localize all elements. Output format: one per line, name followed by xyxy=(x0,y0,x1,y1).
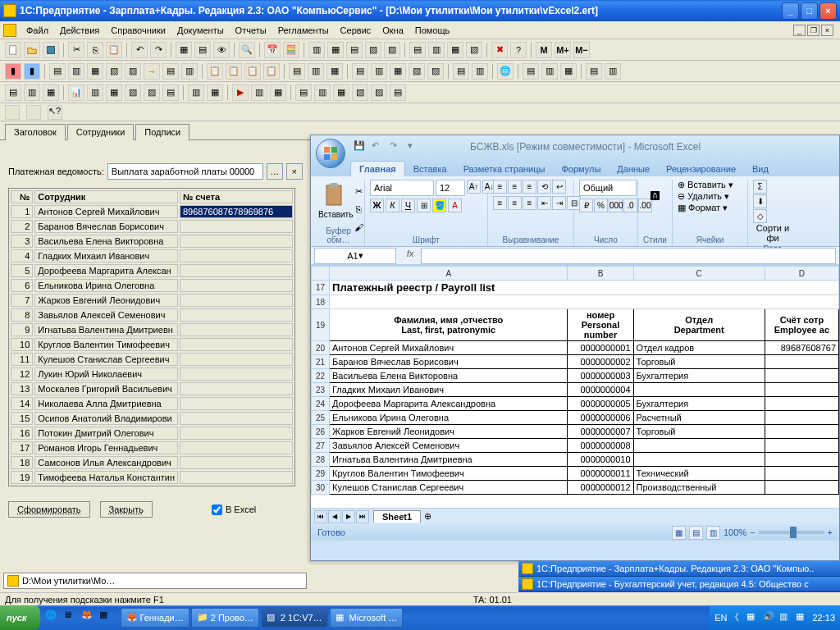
table-row[interactable]: 21Баранов Вячеслав Борисович0000000002То… xyxy=(312,355,839,369)
tb-red-icon[interactable]: ✖ xyxy=(491,42,508,58)
tb2-22-icon[interactable]: ▨ xyxy=(427,63,444,80)
col-header-c[interactable]: C xyxy=(633,267,765,281)
notification-item[interactable]: 1С:Предприятие - Зарплата+Кадры. Редакци… xyxy=(518,561,840,577)
tb4-cursor-icon[interactable]: ↖? xyxy=(48,105,62,120)
hdr-dept[interactable]: ОтделDepartment xyxy=(633,309,765,341)
font-combo[interactable] xyxy=(370,180,434,196)
tb2-28-icon[interactable]: ▦ xyxy=(560,63,577,80)
excel-checkbox[interactable] xyxy=(212,504,222,515)
table-row[interactable]: 22Васильева Елена Викторовна0000000003Бу… xyxy=(312,369,839,383)
ribbon-tab-home[interactable]: Главная xyxy=(350,161,405,176)
ribbon-tab-insert[interactable]: Вставка xyxy=(405,162,455,176)
clear-icon[interactable]: ◇ xyxy=(753,209,767,223)
menu-documents[interactable]: Документы xyxy=(172,23,229,38)
paste-button[interactable]: Вставить xyxy=(317,180,352,225)
size-combo[interactable] xyxy=(436,180,465,196)
tb2-18-icon[interactable]: ▤ xyxy=(352,63,368,80)
tb4-1-icon[interactable] xyxy=(5,105,20,120)
tb-h4-icon[interactable]: ▧ xyxy=(466,42,482,58)
tb3-5-icon[interactable]: ▥ xyxy=(87,84,103,101)
tb2-6-icon[interactable]: ▧ xyxy=(106,63,122,80)
table-row[interactable]: 18Самсонов Илья Александрович xyxy=(11,456,293,469)
table-row[interactable]: 10Круглов Валентин Тимофеевич xyxy=(11,338,293,351)
tb3-16-icon[interactable]: ▥ xyxy=(314,84,331,101)
vedomost-select-button[interactable]: … xyxy=(267,163,283,180)
ribbon-tab-data[interactable]: Данные xyxy=(609,162,658,176)
sheet-tab[interactable]: Sheet1 xyxy=(373,510,421,523)
col-header-b[interactable]: B xyxy=(568,267,633,281)
format-cells-button[interactable]: ▦ Формат ▾ xyxy=(678,203,728,213)
table-row[interactable]: 16Потокин Дмитрий Олегович xyxy=(11,427,293,440)
vedomost-clear-button[interactable]: × xyxy=(286,163,303,180)
tb2-2-icon[interactable]: ▮ xyxy=(24,63,40,80)
border-icon[interactable]: ⊞ xyxy=(417,199,431,212)
tb2-24-icon[interactable]: ▥ xyxy=(472,63,488,80)
align-bot-icon[interactable]: ≡ xyxy=(523,180,536,194)
table-row[interactable]: 8Завьялов Алексей Семенович xyxy=(11,308,293,322)
tb-calendar-icon[interactable]: 📅 xyxy=(264,42,281,58)
start-button[interactable]: пуск xyxy=(0,605,40,630)
align-right-icon[interactable]: ≡ xyxy=(523,196,536,210)
tb3-4-icon[interactable]: 📊 xyxy=(68,84,84,101)
menu-actions[interactable]: Действия xyxy=(55,23,104,38)
task-firefox[interactable]: 🦊Геннади… xyxy=(121,608,189,628)
tb2-14-icon[interactable]: 📋 xyxy=(263,63,280,80)
tb3-8-icon[interactable]: ▨ xyxy=(144,84,160,101)
table-row[interactable]: 23Гладких Михаил Иванович0000000004 xyxy=(312,383,839,397)
zoom-level[interactable]: 100% xyxy=(724,527,746,537)
hdr-name[interactable]: Фамилия, имя ,отчествоLast, first, patro… xyxy=(330,309,568,341)
sheet-nav-prev[interactable]: ◀ xyxy=(328,510,341,523)
ribbon-tab-formulas[interactable]: Формулы xyxy=(553,162,609,176)
col-num[interactable]: № xyxy=(11,190,33,203)
view-layout-icon[interactable]: ▤ xyxy=(689,526,703,540)
tb4-2-icon[interactable] xyxy=(26,105,41,120)
tb-calc2-icon[interactable]: 🧮 xyxy=(283,42,299,58)
tb2-19-icon[interactable]: ▥ xyxy=(371,63,387,80)
excel-checkbox-label[interactable]: В Excel xyxy=(212,504,256,515)
delete-cells-button[interactable]: ⊖ Удалить ▾ xyxy=(678,191,729,202)
tb2-10-icon[interactable]: ▥ xyxy=(181,63,198,80)
fill-icon[interactable]: ⬇ xyxy=(753,194,767,208)
tray-icon[interactable]: ▥ xyxy=(779,611,792,624)
mdi-minimize[interactable]: _ xyxy=(793,25,806,36)
table-row[interactable]: 14Николаева Алла Дмитриевна xyxy=(11,397,293,410)
tb2-17-icon[interactable]: ▦ xyxy=(326,63,343,80)
table-row[interactable]: 27Завьялов Алексей Семенович0000000008 xyxy=(312,439,839,453)
copy-icon[interactable]: ⎘ xyxy=(350,201,367,217)
table-row[interactable]: 1Антонов Сергей Михайлович89687608767896… xyxy=(11,205,293,218)
task-excel[interactable]: ▦Microsoft … xyxy=(330,608,404,628)
tb3-11-icon[interactable]: ▦ xyxy=(207,84,223,101)
table-row[interactable]: 13Москалев Григорий Васильевич xyxy=(11,382,293,395)
tb2-3-icon[interactable]: ▤ xyxy=(49,63,66,80)
task-explorer[interactable]: 📁2 Прово… xyxy=(191,608,259,628)
tab-employees[interactable]: Сотрудники xyxy=(67,124,135,140)
tb2-23-icon[interactable]: ▤ xyxy=(453,63,469,80)
tb-m-icon[interactable]: M xyxy=(536,42,552,58)
italic-icon[interactable]: К xyxy=(386,199,399,212)
currency-icon[interactable]: ₽ xyxy=(579,199,593,212)
tb-paste-icon[interactable]: 📋 xyxy=(106,42,122,58)
tb2-12-icon[interactable]: 📋 xyxy=(226,63,242,80)
table-row[interactable]: 20Антонов Сергей Михайлович0000000001Отд… xyxy=(312,341,839,355)
indent-dec-icon[interactable]: ⇤ xyxy=(537,196,551,210)
zoom-slider[interactable] xyxy=(759,531,824,534)
percent-icon[interactable]: % xyxy=(594,199,608,212)
align-top-icon[interactable]: ≡ xyxy=(493,180,507,194)
font-color-icon[interactable]: A xyxy=(448,199,462,212)
align-center-icon[interactable]: ≡ xyxy=(508,196,522,210)
qat-undo-icon[interactable]: ↶ xyxy=(372,140,385,153)
tb-find-icon[interactable]: 👁 xyxy=(213,42,230,58)
tb-new-icon[interactable] xyxy=(5,42,21,58)
table-row[interactable]: 15Осипов Анатолий Владимирови xyxy=(11,412,293,425)
close-form-button[interactable]: Закрыть xyxy=(100,501,153,518)
clock[interactable]: 22:13 xyxy=(812,613,835,623)
tray-icon[interactable]: 《 xyxy=(730,611,743,624)
mdi-restore[interactable]: ❐ xyxy=(807,25,819,36)
table-row[interactable]: 3Васильева Елена Викторовна xyxy=(11,235,293,248)
table-row[interactable]: 9Игнатьва Валентина Дмитриевн xyxy=(11,323,293,336)
table-row[interactable]: 28Игнатьва Валентина Дмитриевна000000001… xyxy=(312,453,839,467)
table-row[interactable]: 19Тимофеева Наталья Константин xyxy=(11,471,293,484)
qat-dropdown-icon[interactable]: ▾ xyxy=(408,140,421,153)
menu-help[interactable]: Помощь xyxy=(410,23,455,38)
menu-windows[interactable]: Окна xyxy=(377,23,409,38)
